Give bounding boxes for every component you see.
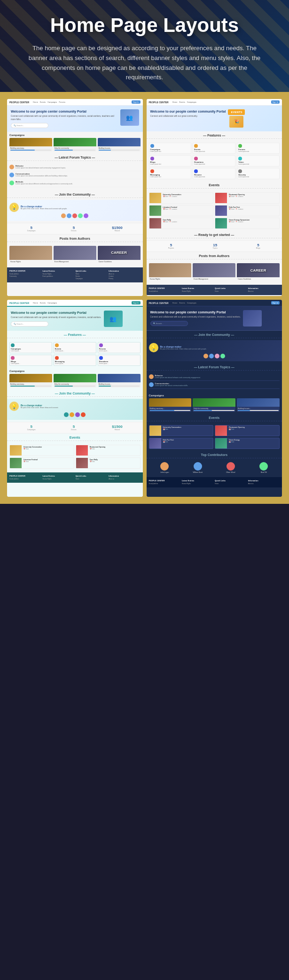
- ready-title-2: — Ready to get started —: [147, 231, 282, 238]
- campaign-item: Help the community: [54, 374, 96, 387]
- post-item: Event Management: [54, 246, 96, 264]
- mini-nav-2: PEOPLE CENTER Home Events Campaigns Sign…: [147, 99, 282, 106]
- events-badge: EVENTS: [228, 109, 245, 115]
- post-img: [149, 263, 192, 277]
- mini-footer-4: PEOPLE CENTER Social platform Latest Ent…: [147, 477, 282, 487]
- feature-item: Forums Lorem ipsum text: [237, 143, 280, 154]
- mini-footer-3: PEOPLE CENTER Social platform Latest Ent…: [7, 472, 143, 483]
- posts-grid-1: Human Rights Event Management CAREER Car…: [9, 246, 141, 264]
- community-title-3: — Join the Community —: [7, 389, 143, 397]
- events-section-4: University Convocation 📅 Date Restaurant…: [147, 423, 282, 451]
- event-item: Cars Rally 📅 Date: [76, 457, 141, 469]
- mini-footer-2: PEOPLE CENTER Social platform Latest Ent…: [147, 285, 282, 295]
- mini-nav-3: PEOPLE CENTER Home Events Campaigns Sign…: [7, 300, 143, 307]
- event-item: Kids Fun Fest 📅 Date: [149, 438, 214, 449]
- contributors-grid-4: John Logan William Scott Oliver Wood Bra…: [147, 460, 282, 475]
- event-img-5: [149, 218, 161, 228]
- screenshot-1[interactable]: PEOPLE CENTER Home Events Campaigns Foru…: [7, 99, 143, 296]
- nav-links-1: Home Events Campaigns Forums: [33, 101, 65, 103]
- search-bar-3[interactable]: 🔍 Search...: [11, 321, 48, 327]
- event-img-6: [215, 218, 227, 228]
- forum-item: Behavior Lorem ipsum text about behavior…: [149, 374, 280, 381]
- posts-section-2: Human Rights Event Management CAREER Car…: [147, 261, 282, 283]
- avatar: [72, 213, 77, 218]
- screenshot-3[interactable]: PEOPLE CENTER Home Events Campaigns Sign…: [7, 300, 143, 497]
- hero-image-1: 👥: [120, 109, 139, 126]
- screenshot-4[interactable]: PEOPLE CENTER Home Events Campaigns Sign…: [147, 300, 282, 497]
- feature-item: Messaging Lorem ipsum...: [54, 355, 96, 366]
- feature-item: Events Lorem ipsum text: [193, 143, 235, 154]
- avatar: [220, 354, 225, 358]
- feature-icon: [150, 169, 154, 173]
- event-item: Kids Fun Fest 📅 Date • 📍 Location: [215, 205, 280, 216]
- campaigns-section-4: Campaigns Building sanctuary... Help the…: [147, 392, 282, 414]
- signin-btn-3[interactable]: Sign In: [132, 301, 140, 304]
- signin-btn-2[interactable]: Sign In: [271, 100, 280, 104]
- page-header: Home Page Layouts The home page can be d…: [0, 0, 289, 92]
- page-subtitle: The home page can be designed as accordi…: [27, 44, 262, 83]
- post-img-2: [54, 246, 96, 260]
- forum-title-4: — Latest Forum Topics —: [147, 363, 282, 371]
- forum-avatar: [9, 165, 14, 169]
- forum-avatar: [149, 382, 154, 387]
- campaign-item: Help the community: [193, 398, 235, 412]
- footer-col-1: PEOPLE CENTER Social platform Community: [9, 270, 41, 280]
- avatar: [75, 412, 80, 417]
- feature-item: Resume Lorem ipsum text: [193, 168, 235, 179]
- campaign-img-1: [9, 138, 52, 146]
- event-item: Restaurant Opening 📅 Date • 📍 Location: [215, 192, 280, 204]
- event-img-1: [149, 193, 161, 203]
- posts-grid-2: Human Rights Event Management CAREER Car…: [149, 263, 280, 281]
- bulb-icon-4: 💡: [149, 343, 158, 352]
- events-title-2: Events: [147, 181, 282, 189]
- footer-col-3: Quick Links Home Events Campaigns: [76, 270, 107, 280]
- stat-item: 5 Donors: [71, 226, 76, 232]
- event-item: Restaurant Opening 📅 Date: [76, 445, 141, 456]
- signin-btn-4[interactable]: Sign In: [271, 301, 280, 304]
- feature-item: Forums Lorem ipsum...: [98, 342, 141, 353]
- signin-btn-1[interactable]: Sign In: [132, 100, 140, 104]
- contributor-avatar: [160, 462, 169, 471]
- posts-title-2: Posts from Authors: [147, 252, 282, 259]
- forum-avatar: [9, 173, 14, 177]
- nav-logo-1: PEOPLE CENTER: [9, 101, 29, 104]
- avatar: [203, 354, 208, 358]
- forum-section-4: Behavior Lorem ipsum text about behavior…: [147, 372, 282, 392]
- feature-icon: [194, 157, 198, 160]
- screenshot-2[interactable]: PEOPLE CENTER Home Events Campaigns Sign…: [147, 99, 282, 296]
- campaign-img-3: [98, 138, 141, 146]
- event-item: Green Energy 📅 Date: [215, 438, 280, 449]
- event-item: Green Energy Symposium 📅 Date • 📍 Locati…: [215, 218, 280, 229]
- event-item: University Convocation 📅 Date • 📍 Locati…: [149, 192, 214, 204]
- feature-icon: [150, 144, 154, 148]
- post-item: CAREER Career Guidelines: [237, 263, 280, 281]
- post-item: Human Rights: [9, 246, 52, 264]
- event-item: Literature Festival 📅 Date • 📍 Location: [149, 205, 214, 216]
- post-item: Event Management: [193, 263, 235, 281]
- ready-stats-2: 5 Projects 15 Topics 5 Blogs: [147, 240, 282, 252]
- screenshots-grid: PEOPLE CENTER Home Events Campaigns Foru…: [0, 92, 289, 504]
- feature-icon: [238, 144, 242, 148]
- avatar: [64, 412, 69, 417]
- contributor-item: John Logan: [149, 462, 180, 473]
- posts-title-1: Posts from Authors: [7, 235, 143, 242]
- avatar: [84, 213, 88, 218]
- event-img-3: [149, 205, 161, 216]
- contributors-title-4: Top Contributors: [147, 451, 282, 458]
- event-item: University Convocation 📅 Date: [149, 425, 214, 436]
- campaigns-section-3: Campaigns Building sanctuary... Help the…: [7, 368, 143, 389]
- feature-item: Events Lorem ipsum...: [54, 342, 96, 353]
- features-title-3: — Features —: [7, 331, 143, 338]
- mini-nav-1: PEOPLE CENTER Home Events Campaigns Foru…: [7, 99, 143, 106]
- hero-img-4: [243, 310, 262, 327]
- events-badge-container: EVENTS 🎉: [228, 109, 245, 128]
- feature-item: Blogs Lorem ipsum...: [9, 355, 52, 366]
- search-bar-4[interactable]: 🔍 Search...: [150, 321, 188, 326]
- event-item: University Convocation 📅 Date: [9, 445, 74, 456]
- avatar: [215, 354, 219, 358]
- stat-item: $1500 Raised: [112, 226, 122, 232]
- search-bar-1[interactable]: 🔍 Search...: [11, 123, 48, 128]
- events-section-2: University Convocation 📅 Date • 📍 Locati…: [147, 190, 282, 231]
- feature-icon: [238, 169, 242, 173]
- post-img: [193, 263, 235, 277]
